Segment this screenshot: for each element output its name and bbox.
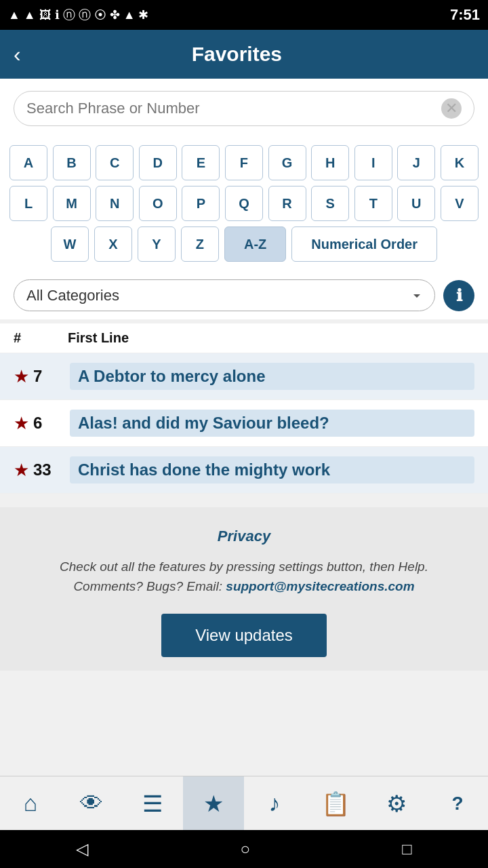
document-icon: 📋 <box>321 790 350 817</box>
alpha-btn-d[interactable]: D <box>139 145 177 180</box>
hymn-table: # First Line ★ 7 A Debtor to mercy alone… <box>0 323 488 494</box>
table-row[interactable]: ★ 7 A Debtor to mercy alone <box>0 353 488 400</box>
alpha-btn-v[interactable]: V <box>441 186 479 221</box>
footer-info: Privacy Check out all the features by pr… <box>0 507 488 671</box>
alpha-btn-b[interactable]: B <box>53 145 91 180</box>
table-row[interactable]: ★ 33 Christ has done the mighty work <box>0 447 488 494</box>
back-system-button[interactable]: ◁ <box>76 840 88 859</box>
privacy-label: Privacy <box>20 528 468 545</box>
nav-list[interactable]: ☰ <box>122 776 183 830</box>
alpha-btn-t[interactable]: T <box>354 186 392 221</box>
search-container: ✕ <box>0 79 488 138</box>
alpha-btn-p[interactable]: P <box>182 186 220 221</box>
nav-help[interactable]: ? <box>427 776 488 830</box>
alphabet-section: A B C D E F G H I J K L M N O P Q R S T … <box>0 138 488 271</box>
hymn-title: Alas! and did my Saviour bleed? <box>70 410 474 437</box>
alpha-btn-m[interactable]: M <box>53 186 91 221</box>
page-title: Favorites <box>35 43 439 66</box>
alpha-btn-f[interactable]: F <box>225 145 263 180</box>
categories-row: All Categories ℹ <box>0 271 488 319</box>
alpha-btn-o[interactable]: O <box>139 186 177 221</box>
favorite-star-icon: ★ <box>14 413 29 434</box>
hymn-number: 7 <box>33 367 70 386</box>
nav-music[interactable]: ♪ <box>244 776 305 830</box>
system-nav: ◁ ○ □ <box>0 830 488 868</box>
alpha-btn-k[interactable]: K <box>441 145 479 180</box>
help-icon: ? <box>451 793 463 814</box>
nav-view[interactable]: 👁 <box>61 776 122 830</box>
alpha-btn-g[interactable]: G <box>268 145 306 180</box>
alpha-btn-r[interactable]: R <box>268 186 306 221</box>
nav-home[interactable]: ⌂ <box>0 776 61 830</box>
info-button[interactable]: ℹ <box>443 280 474 311</box>
status-icons: ▲ ▲ 🖼 ℹ ⓝ ⓝ ⦿ ✤ ▲ ✱ <box>8 7 148 23</box>
home-system-button[interactable]: ○ <box>240 840 250 859</box>
alpha-btn-w[interactable]: W <box>51 226 89 262</box>
favorite-star-icon: ★ <box>14 460 29 481</box>
alpha-btn-x[interactable]: X <box>94 226 132 262</box>
back-button[interactable]: ‹ <box>14 42 21 67</box>
eye-icon: 👁 <box>80 790 103 816</box>
alpha-btn-e[interactable]: E <box>182 145 220 180</box>
alpha-btn-h[interactable]: H <box>311 145 349 180</box>
search-box: ✕ <box>14 91 474 126</box>
alpha-btn-a[interactable]: A <box>9 145 47 180</box>
list-icon: ☰ <box>142 790 163 817</box>
home-icon: ⌂ <box>24 790 38 816</box>
status-bar: ▲ ▲ 🖼 ℹ ⓝ ⓝ ⦿ ✤ ▲ ✱ 7:51 <box>0 0 488 30</box>
clear-search-button[interactable]: ✕ <box>441 98 462 119</box>
recent-system-button[interactable]: □ <box>402 840 412 859</box>
search-input[interactable] <box>26 100 441 117</box>
header: ‹ Favorites <box>0 30 488 79</box>
categories-select[interactable]: All Categories <box>14 279 435 311</box>
alpha-btn-n[interactable]: N <box>96 186 134 221</box>
col-header-line: First Line <box>68 330 474 346</box>
hymn-number: 6 <box>33 414 70 433</box>
alpha-btn-y[interactable]: Y <box>138 226 176 262</box>
alpha-btn-i[interactable]: I <box>354 145 392 180</box>
nav-settings[interactable]: ⚙ <box>366 776 427 830</box>
email-link[interactable]: support@mysitecreations.com <box>226 579 414 593</box>
alpha-row-3: W X Y Z A-Z Numerical Order <box>9 226 479 262</box>
hymn-title: Christ has done the mighty work <box>70 456 474 484</box>
alpha-btn-az[interactable]: A-Z <box>224 226 286 262</box>
table-header: # First Line <box>0 323 488 353</box>
col-header-num: # <box>14 330 68 346</box>
numerical-order-btn[interactable]: Numerical Order <box>291 226 437 262</box>
alpha-btn-s[interactable]: S <box>311 186 349 221</box>
view-updates-button[interactable]: View updates <box>161 614 327 657</box>
favorite-star-icon: ★ <box>14 366 29 387</box>
nav-favorites[interactable]: ★ <box>183 776 244 830</box>
hymn-number: 33 <box>33 460 70 479</box>
alpha-btn-l[interactable]: L <box>9 186 47 221</box>
nav-document[interactable]: 📋 <box>305 776 366 830</box>
alpha-row-2: L M N O P Q R S T U V <box>9 186 479 221</box>
alpha-row-1: A B C D E F G H I J K <box>9 145 479 180</box>
music-icon: ♪ <box>269 790 281 816</box>
alpha-btn-u[interactable]: U <box>397 186 435 221</box>
alpha-btn-j[interactable]: J <box>397 145 435 180</box>
bottom-nav: ⌂ 👁 ☰ ★ ♪ 📋 ⚙ ? <box>0 776 488 830</box>
star-icon: ★ <box>203 790 224 817</box>
alpha-btn-q[interactable]: Q <box>225 186 263 221</box>
gear-icon: ⚙ <box>386 790 407 817</box>
footer-description: Check out all the features by pressing s… <box>20 557 468 596</box>
alpha-btn-c[interactable]: C <box>96 145 134 180</box>
hymn-title: A Debtor to mercy alone <box>70 363 474 390</box>
table-row[interactable]: ★ 6 Alas! and did my Saviour bleed? <box>0 400 488 447</box>
alpha-btn-z[interactable]: Z <box>181 226 219 262</box>
status-time: 7:51 <box>450 6 480 24</box>
